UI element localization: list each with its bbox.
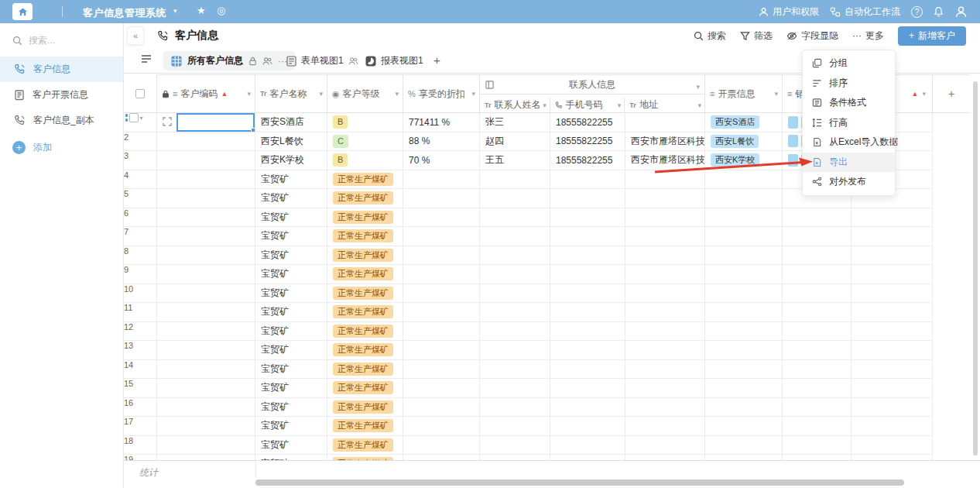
cell-contact[interactable]: 王五: [480, 151, 550, 170]
cell-code[interactable]: [157, 113, 255, 132]
table-row[interactable]: 9 宝贸矿 正常生产煤矿: [124, 265, 971, 284]
cell-contact[interactable]: [480, 303, 550, 322]
cell-code[interactable]: [157, 360, 255, 380]
row-number-cell[interactable]: 10: [124, 284, 157, 304]
cell-address[interactable]: 西安市雁塔区科技...: [625, 151, 705, 170]
cell-name[interactable]: 宝贸矿: [255, 189, 327, 208]
collapse-sidebar-button[interactable]: «: [127, 26, 144, 45]
cell-contact[interactable]: [480, 189, 550, 208]
automation-button[interactable]: 自动化工作流: [830, 5, 900, 19]
more-button[interactable]: ··· 更多: [852, 29, 884, 43]
cell-warning[interactable]: [852, 322, 933, 342]
menu-item[interactable]: 排序: [803, 74, 895, 94]
cell-attachments[interactable]: [783, 436, 852, 455]
cell-contact[interactable]: [480, 246, 550, 266]
row-number-cell[interactable]: 6: [124, 208, 157, 228]
row-number-cell[interactable]: 7: [124, 227, 157, 246]
target-icon[interactable]: ◎: [217, 5, 225, 16]
chevron-down-icon[interactable]: ▾: [774, 90, 778, 98]
cell-phone[interactable]: [550, 398, 625, 418]
cell-warning[interactable]: [852, 455, 933, 460]
cell-name[interactable]: 宝贸矿: [255, 455, 327, 460]
cell-invoice[interactable]: [705, 360, 783, 380]
cell-address[interactable]: [625, 417, 705, 436]
cell-phone[interactable]: 18555822255: [550, 113, 625, 132]
cell-attachments[interactable]: [783, 227, 852, 246]
cell-invoice[interactable]: [705, 322, 783, 342]
cell-contact[interactable]: [480, 322, 550, 342]
sidebar-add-button[interactable]: + 添加: [0, 133, 123, 161]
avatar-icon[interactable]: [954, 5, 968, 19]
cell-address[interactable]: [625, 322, 705, 342]
column-group-contact-info[interactable]: 联系人信息 ▾ Tr 联系人姓名 ▾ 手机号码 ▾ Tr 地址 ▾: [480, 74, 705, 113]
table-row[interactable]: 13 宝贸矿 正常生产煤矿: [124, 341, 971, 360]
cell-discount[interactable]: 771411 %: [403, 113, 480, 132]
cell-level[interactable]: B: [327, 113, 403, 132]
cell-phone[interactable]: [550, 379, 625, 398]
cell-warning[interactable]: [852, 208, 933, 228]
cell-invoice[interactable]: 西安S酒店: [705, 113, 783, 132]
cell-level[interactable]: 正常生产煤矿: [327, 303, 403, 322]
cell-code[interactable]: [157, 398, 255, 418]
cell-phone[interactable]: [550, 208, 625, 228]
fields-visibility-button[interactable]: 字段显隐: [786, 29, 838, 43]
cell-level[interactable]: 正常生产煤矿: [327, 227, 403, 246]
cell-code[interactable]: [157, 322, 255, 342]
cell-level[interactable]: 正常生产煤矿: [327, 379, 403, 398]
row-number-cell[interactable]: 5: [124, 189, 157, 208]
cell-warning[interactable]: [852, 227, 933, 246]
cell-address[interactable]: [625, 379, 705, 398]
cell-phone[interactable]: [550, 189, 625, 208]
cell-warning[interactable]: [852, 417, 933, 436]
chevron-down-icon[interactable]: ▾: [922, 90, 926, 98]
cell-address[interactable]: [625, 341, 705, 360]
cell-discount[interactable]: [403, 170, 480, 190]
attachment-thumbnail[interactable]: [788, 135, 798, 147]
cell-level[interactable]: 正常生产煤矿: [327, 455, 403, 460]
cell-level[interactable]: C: [327, 132, 403, 152]
cell-address[interactable]: [625, 436, 705, 455]
cell-address[interactable]: [625, 170, 705, 190]
cell-invoice[interactable]: [705, 208, 783, 228]
row-checkbox[interactable]: [129, 113, 139, 122]
cell-level[interactable]: 正常生产煤矿: [327, 284, 403, 304]
cell-invoice[interactable]: [705, 417, 783, 436]
cell-discount[interactable]: [403, 379, 480, 398]
cell-invoice[interactable]: [705, 170, 783, 190]
attachment-thumbnail[interactable]: [788, 154, 798, 167]
row-number-cell[interactable]: 9: [124, 265, 157, 284]
cell-level[interactable]: 正常生产煤矿: [327, 417, 403, 436]
cell-name[interactable]: 西安K学校: [255, 151, 327, 170]
cell-name[interactable]: 宝贸矿: [255, 360, 327, 380]
table-row[interactable]: 12 宝贸矿 正常生产煤矿: [124, 322, 971, 342]
expand-record-icon[interactable]: [163, 117, 172, 126]
star-icon[interactable]: ★: [197, 5, 206, 16]
cell-name[interactable]: 宝贸矿: [255, 227, 327, 246]
cell-phone[interactable]: [550, 417, 625, 436]
cell-contact[interactable]: 赵四: [480, 132, 550, 152]
cell-attachments[interactable]: [783, 455, 852, 460]
cell-name[interactable]: 宝贸矿: [255, 265, 327, 284]
cell-address[interactable]: 西安市雁塔区科技...: [625, 132, 705, 152]
cell-phone[interactable]: 18555822255: [550, 132, 625, 152]
cell-level[interactable]: 正常生产煤矿: [327, 322, 403, 342]
cell-address[interactable]: [625, 360, 705, 380]
select-all-checkbox[interactable]: [124, 74, 157, 113]
row-number-cell[interactable]: 18: [124, 436, 157, 455]
cell-code[interactable]: [157, 265, 255, 284]
cell-code[interactable]: [157, 151, 255, 170]
cell-warning[interactable]: [852, 341, 933, 360]
cell-contact[interactable]: [480, 208, 550, 228]
cell-phone[interactable]: [550, 322, 625, 342]
cell-discount[interactable]: 88 %: [403, 132, 480, 152]
cell-phone[interactable]: [550, 436, 625, 455]
cell-level[interactable]: 正常生产煤矿: [327, 398, 403, 418]
filter-button[interactable]: 筛选: [740, 29, 773, 43]
cell-discount[interactable]: 70 %: [403, 151, 480, 170]
cell-attachments[interactable]: [783, 360, 852, 380]
cell-code[interactable]: [157, 246, 255, 266]
cell-address[interactable]: [625, 189, 705, 208]
cell-contact[interactable]: [480, 360, 550, 380]
cell-phone[interactable]: 18555822255: [550, 151, 625, 170]
cell-address[interactable]: [625, 455, 705, 460]
